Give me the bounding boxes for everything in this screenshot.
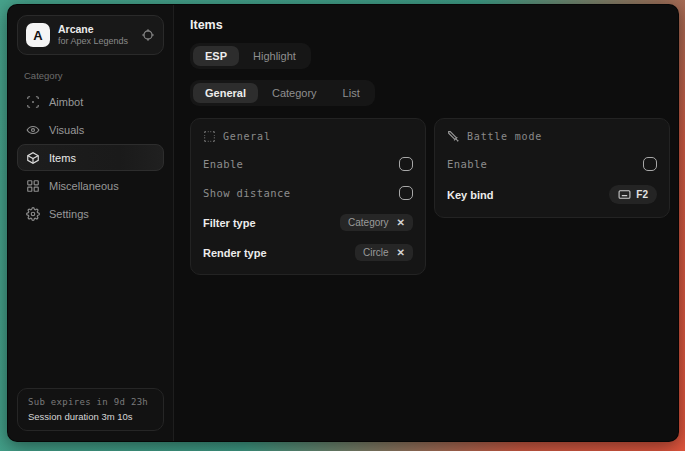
logo-letter: A bbox=[33, 28, 42, 43]
page-title: Items bbox=[190, 18, 670, 32]
setting-label: Render type bbox=[203, 247, 267, 259]
sidebar-item-aimbot[interactable]: Aimbot bbox=[17, 88, 164, 115]
tab-list[interactable]: List bbox=[331, 83, 372, 103]
box-select-icon bbox=[203, 130, 216, 143]
grid-icon bbox=[26, 179, 40, 193]
sidebar: A Arcane for Apex Legends Category Aimbo… bbox=[8, 5, 174, 441]
sidebar-item-label: Miscellaneous bbox=[49, 180, 119, 192]
setting-row-enable: Enable bbox=[203, 156, 413, 172]
brand-card[interactable]: A Arcane for Apex Legends bbox=[17, 15, 164, 55]
package-icon bbox=[26, 151, 40, 165]
mode-tab-group: ESP Highlight bbox=[190, 43, 311, 69]
gear-icon bbox=[26, 207, 40, 221]
setting-label: Filter type bbox=[203, 217, 256, 229]
tab-highlight[interactable]: Highlight bbox=[241, 46, 308, 66]
crosshair-icon[interactable] bbox=[141, 28, 155, 42]
setting-row-show-distance: Show distance bbox=[203, 185, 413, 201]
setting-label: Enable bbox=[203, 158, 243, 170]
settings-cards: General Enable Show distance Filter type… bbox=[190, 118, 670, 275]
brand-text: Arcane for Apex Legends bbox=[58, 23, 133, 47]
setting-row-render-type: Render type Circle ✕ bbox=[203, 244, 413, 261]
sidebar-item-label: Settings bbox=[49, 208, 89, 220]
show-distance-checkbox[interactable] bbox=[399, 186, 413, 200]
sword-icon bbox=[447, 130, 460, 143]
sidebar-item-miscellaneous[interactable]: Miscellaneous bbox=[17, 172, 164, 199]
battle-enable-checkbox[interactable] bbox=[643, 157, 657, 171]
sidebar-item-label: Items bbox=[49, 152, 76, 164]
eye-icon bbox=[26, 123, 40, 137]
session-duration-text: Session duration 3m 10s bbox=[28, 411, 153, 422]
filter-type-select[interactable]: Category ✕ bbox=[340, 214, 413, 231]
sidebar-section-label: Category bbox=[24, 70, 157, 81]
keybind-value: F2 bbox=[636, 189, 648, 200]
subscription-card: Sub expires in 9d 23h Session duration 3… bbox=[17, 388, 164, 431]
card-title: General bbox=[223, 131, 271, 142]
app-logo: A bbox=[26, 23, 50, 47]
clear-icon[interactable]: ✕ bbox=[397, 248, 405, 258]
card-general: General Enable Show distance Filter type… bbox=[190, 118, 426, 275]
setting-label: Enable bbox=[447, 158, 487, 170]
card-battle-mode: Battle mode Enable Key bind F2 bbox=[434, 118, 670, 218]
card-title: Battle mode bbox=[467, 131, 542, 142]
select-value: Circle bbox=[363, 247, 389, 258]
clear-icon[interactable]: ✕ bbox=[397, 218, 405, 228]
sidebar-item-visuals[interactable]: Visuals bbox=[17, 116, 164, 143]
main-content: Items ESP Highlight General Category Lis… bbox=[174, 5, 679, 441]
setting-label: Key bind bbox=[447, 189, 493, 201]
app-title: Arcane bbox=[58, 23, 133, 36]
app-window: A Arcane for Apex Legends Category Aimbo… bbox=[7, 4, 679, 442]
sidebar-nav: Aimbot Visuals Items Miscellaneous bbox=[17, 88, 164, 227]
tab-esp[interactable]: ESP bbox=[193, 46, 239, 66]
sidebar-item-label: Aimbot bbox=[49, 96, 83, 108]
keyboard-icon bbox=[618, 188, 631, 201]
setting-row-enable: Enable bbox=[447, 156, 657, 172]
setting-row-key-bind: Key bind F2 bbox=[447, 185, 657, 204]
tab-category[interactable]: Category bbox=[260, 83, 329, 103]
sidebar-item-settings[interactable]: Settings bbox=[17, 200, 164, 227]
view-tab-group: General Category List bbox=[190, 80, 375, 106]
card-battle-mode-header: Battle mode bbox=[447, 130, 657, 143]
keybind-button[interactable]: F2 bbox=[609, 185, 657, 204]
enable-checkbox[interactable] bbox=[399, 157, 413, 171]
sidebar-item-items[interactable]: Items bbox=[17, 144, 164, 171]
setting-label: Show distance bbox=[203, 187, 290, 199]
app-subtitle: for Apex Legends bbox=[58, 36, 133, 47]
aimbot-crosshair-icon bbox=[26, 95, 40, 109]
setting-row-filter-type: Filter type Category ✕ bbox=[203, 214, 413, 231]
render-type-select[interactable]: Circle ✕ bbox=[355, 244, 413, 261]
sidebar-item-label: Visuals bbox=[49, 124, 84, 136]
sub-expiry-text: Sub expires in 9d 23h bbox=[28, 397, 153, 407]
select-value: Category bbox=[348, 217, 389, 228]
tab-general[interactable]: General bbox=[193, 83, 258, 103]
card-general-header: General bbox=[203, 130, 413, 143]
